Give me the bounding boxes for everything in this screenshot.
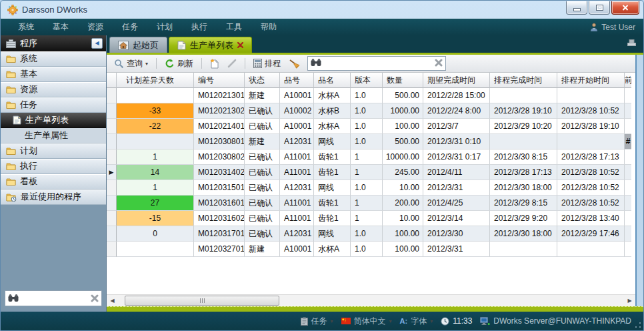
cell-clipped bbox=[625, 88, 631, 103]
grid-header-排程开始时间[interactable]: 排程开始时间 bbox=[557, 73, 625, 88]
menu-item-工具[interactable]: 工具 bbox=[217, 19, 251, 35]
grid-header-期望完成时间[interactable]: 期望完成时间 bbox=[423, 73, 490, 88]
table-row[interactable]: ▶14M012031402已确认A11001齿轮11245.002012/4/1… bbox=[107, 165, 635, 180]
menu-item-执行[interactable]: 执行 bbox=[182, 19, 217, 35]
grid-header-编号[interactable]: 编号 bbox=[194, 73, 245, 88]
sidebar-item-基本[interactable]: 基本 bbox=[1, 67, 106, 82]
tab-close-icon[interactable] bbox=[237, 42, 243, 48]
cell-end: 2012/3/30 18:00 bbox=[490, 180, 557, 196]
vertical-scrollbar[interactable] bbox=[635, 55, 643, 306]
tab-strip: 起始页生产单列表 bbox=[107, 35, 643, 53]
cell-status: 已确认 bbox=[245, 211, 280, 226]
grid-header-品名[interactable]: 品名 bbox=[314, 73, 351, 88]
cell-diff bbox=[117, 134, 194, 149]
status-language[interactable]: 简体中文 ▾ bbox=[341, 316, 392, 327]
close-icon bbox=[622, 5, 629, 11]
folder-clock-icon bbox=[6, 193, 17, 202]
sidebar-item-生产单属性[interactable]: 生产单属性 bbox=[1, 128, 106, 143]
scroll-right-icon[interactable]: ▶ bbox=[624, 296, 635, 306]
cell-start: 2012/3/28 13:40 bbox=[557, 211, 625, 226]
cell-due: 2012/2/28 15:00 bbox=[423, 88, 490, 103]
table-row[interactable]: -22M012021401已确认A10001水杯A1.0100.002012/3… bbox=[107, 119, 635, 134]
edit-button[interactable] bbox=[225, 57, 239, 69]
clean-button[interactable] bbox=[287, 57, 302, 70]
sidebar-list: 系统基本资源任务生产单列表生产单属性计划执行看板最近使用的程序 bbox=[1, 51, 106, 205]
grid-header-版本[interactable]: 版本 bbox=[351, 73, 383, 88]
menu-item-计划[interactable]: 计划 bbox=[147, 19, 182, 35]
query-button[interactable]: 查询 ▾ bbox=[112, 57, 150, 71]
resize-grip[interactable] bbox=[635, 322, 641, 328]
table-row[interactable]: -15M012031602已确认A11001齿轮1110.002012/3/14… bbox=[107, 211, 635, 226]
cell-due: 2012/3/31 bbox=[423, 242, 490, 257]
grid-header-数量[interactable]: 数量 bbox=[383, 73, 423, 88]
server-label: DWorks Server@FUNWAY-THINKPAD bbox=[493, 316, 631, 326]
status-font[interactable]: A: 字体 ▾ bbox=[400, 316, 433, 327]
minimize-button[interactable] bbox=[566, 1, 587, 15]
folder-icon bbox=[6, 70, 16, 78]
sidebar-item-资源[interactable]: 资源 bbox=[1, 82, 106, 97]
sidebar-item-执行[interactable]: 执行 bbox=[1, 159, 106, 174]
table-row[interactable]: M012032701新建A10001水杯A1.0100.002012/3/31 bbox=[107, 242, 635, 257]
cell-item: A11001 bbox=[280, 211, 314, 226]
tab-label: 生产单列表 bbox=[190, 39, 233, 51]
sidebar-collapse-button[interactable]: ◀ bbox=[91, 38, 103, 49]
tab-起始页[interactable]: 起始页 bbox=[109, 37, 167, 53]
sidebar-item-任务[interactable]: 任务 bbox=[1, 97, 106, 113]
new-button[interactable] bbox=[208, 57, 221, 70]
document-icon bbox=[13, 115, 21, 125]
schedule-button[interactable]: 排程 bbox=[251, 57, 283, 71]
cell-due: 2012/3/14 bbox=[423, 211, 490, 226]
menu-item-资源[interactable]: 资源 bbox=[78, 19, 113, 35]
row-selector bbox=[107, 196, 117, 211]
toolbar-search-input[interactable] bbox=[324, 57, 431, 69]
user-badge[interactable]: Test User bbox=[590, 23, 635, 32]
grid-header-计划差异天数[interactable]: 计划差异天数 bbox=[117, 73, 194, 88]
cell-id: M012021301 bbox=[194, 88, 245, 103]
cell-status: 已确认 bbox=[245, 226, 280, 242]
table-row[interactable]: 1M012030802已确认A11001齿轮1110000.002012/3/3… bbox=[107, 149, 635, 165]
scroll-left-icon[interactable]: ◀ bbox=[107, 296, 118, 306]
cell-status: 新建 bbox=[245, 134, 280, 149]
close-button[interactable] bbox=[611, 1, 639, 15]
table-row[interactable]: -33M012021302已确认A10002水杯B1.01000.002012/… bbox=[107, 103, 635, 119]
clear-search-icon[interactable] bbox=[91, 294, 99, 302]
menu-item-任务[interactable]: 任务 bbox=[113, 19, 147, 35]
sidebar-item-最近使用的程序[interactable]: 最近使用的程序 bbox=[1, 190, 106, 205]
table-row[interactable]: M012021301新建A10001水杯A1.0500.002012/2/28 … bbox=[107, 88, 635, 103]
table-row[interactable]: 1M012031501已确认A12031网线1.010.002012/3/312… bbox=[107, 180, 635, 196]
cell-end: 2012/3/29 8:15 bbox=[490, 196, 557, 211]
maximize-button[interactable] bbox=[589, 1, 610, 15]
grid-header-品号[interactable]: 品号 bbox=[280, 73, 314, 88]
grid-header-排程完成时间[interactable]: 排程完成时间 bbox=[490, 73, 557, 88]
scrollbar-thumb[interactable] bbox=[125, 296, 279, 306]
sidebar-search-input[interactable] bbox=[21, 292, 87, 304]
cell-due: 2012/4/25 bbox=[423, 196, 490, 211]
cell-due: 2012/3/7 bbox=[423, 119, 490, 134]
cell-diff: 27 bbox=[117, 196, 194, 211]
grid-header-状态[interactable]: 状态 bbox=[245, 73, 280, 88]
menu-item-基本[interactable]: 基本 bbox=[43, 19, 78, 35]
status-tasks[interactable]: 任务 ▾ bbox=[301, 316, 333, 327]
table-row[interactable]: 0M012031701已确认A12031网线1.0100.002012/3/30… bbox=[107, 226, 635, 242]
cell-name: 齿轮1 bbox=[314, 149, 351, 165]
horizontal-scrollbar[interactable]: ◀ ▶ bbox=[107, 294, 635, 306]
tab-生产单列表[interactable]: 生产单列表 bbox=[169, 37, 252, 53]
sidebar-item-看板[interactable]: 看板 bbox=[1, 174, 106, 190]
cell-diff: 1 bbox=[117, 149, 194, 165]
window-pin-icon[interactable] bbox=[627, 39, 637, 47]
cell-item: A11001 bbox=[280, 165, 314, 180]
grid-header-clipped[interactable]: 前 bbox=[625, 73, 631, 88]
menu-item-系统[interactable]: 系统 bbox=[9, 19, 43, 35]
menu-item-帮助[interactable]: 帮助 bbox=[251, 19, 286, 35]
table-row[interactable]: 27M012031601已确认A11001齿轮11200.002012/4/25… bbox=[107, 196, 635, 211]
sidebar-item-计划[interactable]: 计划 bbox=[1, 143, 106, 159]
cell-clipped bbox=[625, 149, 631, 165]
table-row[interactable]: M012030801新建A12031网线1.0500.002012/3/31 0… bbox=[107, 134, 635, 149]
cell-qty: 10000.00 bbox=[383, 149, 423, 165]
cell-diff: 1 bbox=[117, 180, 194, 196]
refresh-button[interactable]: 刷新 bbox=[163, 57, 195, 71]
sidebar-item-生产单列表[interactable]: 生产单列表 bbox=[1, 113, 106, 128]
sidebar-item-系统[interactable]: 系统 bbox=[1, 51, 106, 67]
row-selector bbox=[107, 134, 117, 149]
clear-search-icon[interactable] bbox=[435, 59, 443, 67]
